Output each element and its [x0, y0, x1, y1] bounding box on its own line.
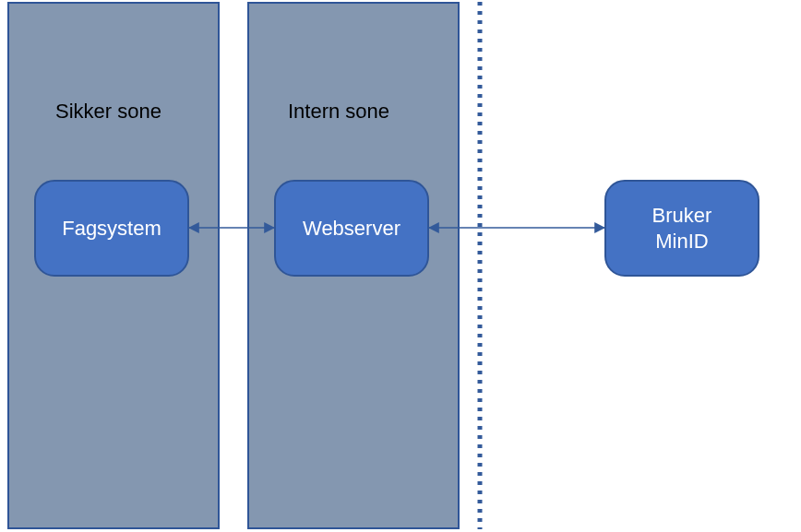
node-webserver: Webserver	[274, 180, 429, 277]
node-fagsystem: Fagsystem	[34, 180, 189, 277]
zone-intern-label: Intern sone	[288, 100, 389, 124]
node-bruker-line2: MinID	[655, 230, 708, 253]
zone-sikker-label: Sikker sone	[55, 100, 161, 124]
node-fagsystem-label: Fagsystem	[62, 216, 161, 242]
node-bruker-line1: Bruker	[652, 204, 712, 227]
node-webserver-label: Webserver	[303, 216, 400, 242]
node-bruker-minid: Bruker MinID	[604, 180, 759, 277]
diagram-stage: Sikker sone Intern sone Fagsystem Webser…	[0, 0, 801, 532]
node-bruker-minid-label: Bruker MinID	[652, 203, 712, 254]
